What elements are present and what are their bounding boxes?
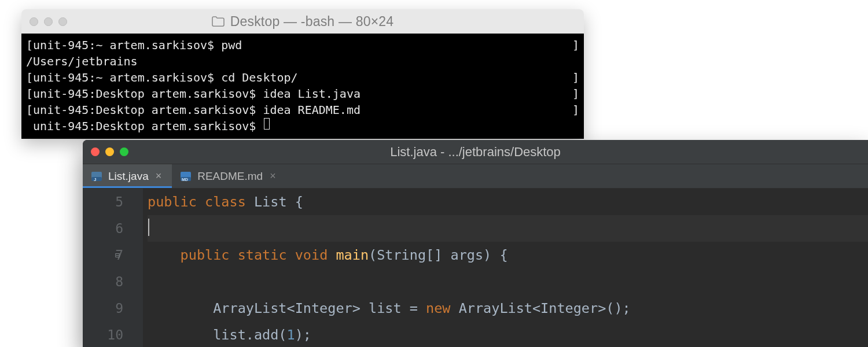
terminal-traffic-lights bbox=[30, 17, 67, 26]
terminal-title: Desktop — -bash — 80×24 bbox=[212, 14, 394, 29]
gutter: 567⊟8910 bbox=[83, 189, 143, 347]
minimize-icon[interactable] bbox=[105, 147, 114, 156]
close-icon[interactable] bbox=[91, 147, 100, 156]
terminal-line: [unit-945:~ artem.sarkisov$ cd Desktop/] bbox=[21, 69, 584, 86]
code-line[interactable]: public static void main(String[] args) { bbox=[148, 242, 868, 268]
line-number: 5 bbox=[83, 189, 123, 215]
terminal-titlebar[interactable]: Desktop — -bash — 80×24 bbox=[21, 9, 584, 34]
fold-toggle-icon[interactable]: ⊟ bbox=[115, 242, 120, 268]
svg-rect-1 bbox=[91, 177, 102, 181]
line-number: 7⊟ bbox=[83, 242, 123, 268]
code-area[interactable]: public class List { public static void m… bbox=[143, 189, 868, 347]
terminal-window: Desktop — -bash — 80×24 [unit-945:~ arte… bbox=[21, 9, 584, 139]
folder-icon bbox=[212, 16, 225, 27]
line-number: 10 bbox=[83, 322, 123, 347]
code-line[interactable]: public class List { bbox=[148, 189, 868, 215]
close-icon[interactable]: × bbox=[155, 170, 163, 182]
code-line[interactable]: ArrayList<Integer> list = new ArrayList<… bbox=[148, 295, 868, 322]
code-editor: 567⊟8910 public class List { public stat… bbox=[83, 189, 868, 347]
line-number: 8 bbox=[83, 268, 123, 295]
ide-title: List.java - .../jetbrains/Desktop bbox=[390, 145, 561, 160]
terminal-cursor bbox=[264, 118, 270, 130]
svg-text:J: J bbox=[94, 176, 96, 182]
tab-label: List.java bbox=[108, 170, 149, 183]
line-number: 6 bbox=[83, 215, 123, 242]
terminal-line: [unit-945:~ artem.sarkisov$ pwd] bbox=[21, 37, 584, 53]
editor-tabs: JList.java×MDREADME.md× bbox=[83, 164, 868, 189]
ide-window: List.java - .../jetbrains/Desktop JList.… bbox=[83, 140, 868, 347]
terminal-line: /Users/jetbrains bbox=[21, 53, 584, 69]
tab-label: README.md bbox=[197, 170, 263, 183]
code-line[interactable] bbox=[148, 215, 868, 242]
close-icon[interactable]: × bbox=[269, 170, 277, 182]
terminal-line: [unit-945:Desktop artem.sarkisov$ idea L… bbox=[21, 86, 584, 102]
zoom-icon[interactable] bbox=[120, 147, 128, 156]
close-icon[interactable] bbox=[30, 17, 38, 26]
tab-list-java[interactable]: JList.java× bbox=[83, 164, 172, 188]
markdown-file-icon: MD bbox=[180, 171, 192, 182]
java-file-icon: J bbox=[91, 171, 102, 182]
terminal-line: unit-945:Desktop artem.sarkisov$ bbox=[21, 118, 584, 134]
terminal-title-text: Desktop — -bash — 80×24 bbox=[230, 14, 394, 29]
tab-readme-md[interactable]: MDREADME.md× bbox=[172, 164, 286, 188]
ide-titlebar[interactable]: List.java - .../jetbrains/Desktop bbox=[83, 140, 868, 164]
code-line[interactable] bbox=[148, 268, 868, 295]
terminal-line: [unit-945:Desktop artem.sarkisov$ idea R… bbox=[21, 102, 584, 118]
code-line[interactable]: list.add(1); bbox=[148, 322, 868, 347]
terminal-body[interactable]: [unit-945:~ artem.sarkisov$ pwd]/Users/j… bbox=[21, 34, 584, 139]
svg-text:MD: MD bbox=[182, 177, 188, 181]
line-number: 9 bbox=[83, 295, 123, 322]
zoom-icon[interactable] bbox=[58, 17, 67, 26]
caret bbox=[148, 219, 149, 236]
minimize-icon[interactable] bbox=[44, 17, 53, 26]
ide-traffic-lights bbox=[91, 147, 128, 156]
